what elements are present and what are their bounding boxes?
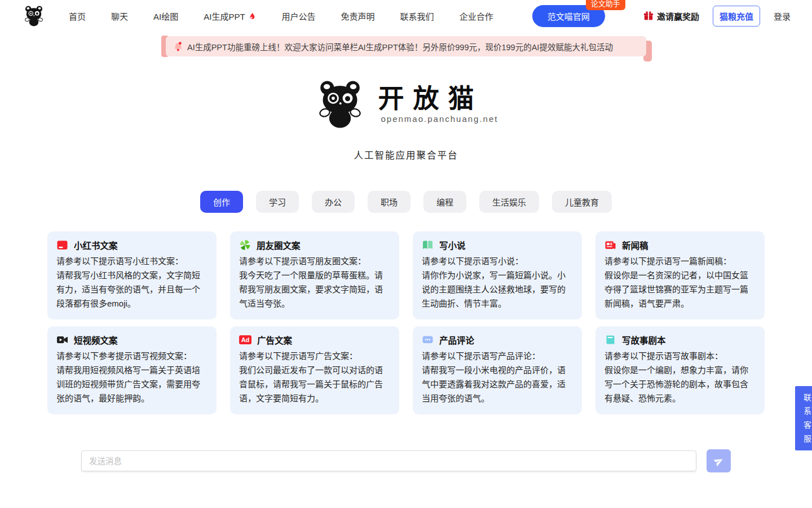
announcement-banner-wrap: AI生成PPT功能重磅上线！欢迎大家访问菜单栏AI生成PPT体验！另外原价999… xyxy=(0,36,812,56)
nav-item-ai-ppt-label: AI生成PPT xyxy=(204,10,245,22)
card-title: 新闻稿 xyxy=(622,239,648,251)
hero-text: 开放猫 openmao.panchuang.net xyxy=(378,84,498,124)
paper-plane-icon xyxy=(713,456,725,467)
message-composer xyxy=(81,449,731,472)
xiaohongshu-icon xyxy=(56,239,68,251)
nav-item-chat[interactable]: 聊天 xyxy=(111,10,128,22)
card-product-review[interactable]: 产品评论 请参考以下提示语写产品评论： 请帮我写一段小米电视的产品评价，语气中要… xyxy=(413,326,582,414)
nav-item-disclaimer[interactable]: 免责声明 xyxy=(341,10,375,22)
card-story-script[interactable]: 写故事剧本 请参考以下提示语写故事剧本： 假设你是一个编剧，想象力丰富，请你写一… xyxy=(595,326,765,414)
video-camera-icon xyxy=(56,334,68,345)
card-prompt-text: 请参考以下提示语写一篇新闻稿： 假设你是一名资深的记者，以中国女篮夺得了篮球世锦… xyxy=(604,254,756,310)
card-title: 写故事剧本 xyxy=(622,334,666,346)
navbar-right: 邀请赢奖励 猫粮充值 登录 xyxy=(643,6,791,27)
card-prompt-text: 请参考以下提示语写小说： 请你作为小说家，写一篇短篇小说。小说的主题围绕主人公拯… xyxy=(422,254,573,310)
tab-learning[interactable]: 学习 xyxy=(256,191,299,213)
card-prompt-text: 请参考以下提示语写广告文案： 我们公司最近发布了一款可以对话的语音鼠标，请帮我写… xyxy=(239,349,390,405)
category-tabs: 创作 学习 办公 职场 编程 生活娱乐 儿童教育 xyxy=(0,191,812,213)
cat-food-recharge-button[interactable]: 猫粮充值 xyxy=(713,6,760,27)
card-moments[interactable]: 朋友圈文案 请参考以下提示语写朋友圈文案： 我今天吃了一个限量版的草莓蛋糕。请帮… xyxy=(230,231,399,319)
card-title: 写小说 xyxy=(439,239,466,251)
card-header: 写故事剧本 xyxy=(604,334,756,346)
card-header: 短视频文案 xyxy=(56,334,208,346)
tab-workplace[interactable]: 职场 xyxy=(368,191,411,213)
card-header: 新闻稿 xyxy=(604,239,756,251)
card-prompt-text: 请参考以下提示语写小红书文案： 请帮我写小红书风格的文案，文字简短有力，适当有夸… xyxy=(56,254,208,310)
fanwenmiao-wrap: 范文喵官网 论文助手 xyxy=(532,5,605,27)
flame-icon xyxy=(248,11,257,21)
nav-item-business[interactable]: 企业合作 xyxy=(460,10,493,22)
card-header: 产品评论 xyxy=(422,334,573,346)
tab-office[interactable]: 办公 xyxy=(312,191,355,213)
tab-programming[interactable]: 编程 xyxy=(423,191,466,213)
nav-item-ai-draw[interactable]: AI绘图 xyxy=(153,10,178,22)
card-title: 产品评论 xyxy=(439,334,474,346)
ad-badge-icon: Ad xyxy=(239,335,251,344)
nav-item-announcements[interactable]: 用户公告 xyxy=(282,10,316,22)
newspaper-icon xyxy=(604,239,616,251)
card-header: Ad 广告文案 xyxy=(239,334,390,346)
site-subtitle: 人工智能应用聚合平台 xyxy=(0,148,812,161)
prompt-card-grid: 小红书文案 请参考以下提示语写小红书文案： 请帮我写小红书风格的文案，文字简短有… xyxy=(47,231,765,414)
message-input[interactable] xyxy=(81,450,696,471)
card-header: 朋友圈文案 xyxy=(239,239,390,251)
card-title: 小红书文案 xyxy=(74,239,118,251)
card-title: 朋友圈文案 xyxy=(257,239,301,251)
card-prompt-text: 请参考以下提示语写朋友圈文案： 我今天吃了一个限量版的草莓蛋糕。请帮我写朋友圈文… xyxy=(239,254,390,310)
top-navbar: 首页 聊天 AI绘图 AI生成PPT 用户公告 免责声明 联系我们 企业合作 范… xyxy=(0,0,812,32)
nav-item-home[interactable]: 首页 xyxy=(69,10,86,22)
teal-book-icon xyxy=(604,334,616,345)
tab-lifestyle[interactable]: 生活娱乐 xyxy=(479,191,539,213)
send-button[interactable] xyxy=(707,449,731,472)
open-book-icon xyxy=(422,239,434,251)
card-prompt-text: 请参考以下参考提示语写视频文案： 请帮我用短视频风格写一篇关于英语培训班的短视频… xyxy=(56,349,208,405)
card-title: 广告文案 xyxy=(257,334,292,346)
invite-reward-label: 邀请赢奖励 xyxy=(657,10,699,22)
announcement-banner[interactable]: AI生成PPT功能重磅上线！欢迎大家访问菜单栏AI生成PPT体验！另外原价999… xyxy=(166,36,646,56)
card-ad-copy[interactable]: Ad 广告文案 请参考以下提示语写广告文案： 我们公司最近发布了一款可以对话的语… xyxy=(230,326,399,414)
invite-reward-link[interactable]: 邀请赢奖励 xyxy=(643,10,699,22)
nav-item-contact-us[interactable]: 联系我们 xyxy=(400,10,434,22)
card-xiaohongshu[interactable]: 小红书文案 请参考以下提示语写小红书文案： 请帮我写小红书风格的文案，文字简短有… xyxy=(47,231,217,319)
nav-item-ai-ppt[interactable]: AI生成PPT xyxy=(204,10,256,22)
login-link[interactable]: 登录 xyxy=(774,10,791,22)
hero-logo-block: 开放猫 openmao.panchuang.net xyxy=(0,79,812,129)
contact-support-button[interactable]: 联系客服 xyxy=(795,386,812,450)
card-header: 写小说 xyxy=(422,239,573,251)
card-prompt-text: 请参考以下提示语写故事剧本： 假设你是一个编剧，想象力丰富，请你写一个关于恐怖游… xyxy=(604,349,756,405)
card-novel[interactable]: 写小说 请参考以下提示语写小说： 请你作为小说家，写一篇短篇小说。小说的主题围绕… xyxy=(413,231,582,319)
moments-pinwheel-icon xyxy=(239,239,251,251)
site-title: 开放猫 xyxy=(378,84,498,113)
cat-mascot-icon xyxy=(314,79,366,129)
card-prompt-text: 请参考以下提示语写产品评论： 请帮我写一段小米电视的产品评价，语气中要透露着我对… xyxy=(422,349,573,405)
card-header: 小红书文案 xyxy=(56,239,208,251)
cat-logo-icon[interactable] xyxy=(23,5,45,27)
card-short-video[interactable]: 短视频文案 请参考以下参考提示语写视频文案： 请帮我用短视频风格写一篇关于英语培… xyxy=(47,326,217,414)
bell-icon xyxy=(173,41,184,52)
main-nav: 首页 聊天 AI绘图 AI生成PPT 用户公告 免责声明 联系我们 企业合作 范… xyxy=(69,5,605,27)
card-press-release[interactable]: 新闻稿 请参考以下提示语写一篇新闻稿： 假设你是一名资深的记者，以中国女篮夺得了… xyxy=(595,231,765,319)
site-domain: openmao.panchuang.net xyxy=(378,114,498,124)
paper-assistant-badge: 论文助手 xyxy=(586,0,625,10)
tab-kids-education[interactable]: 儿童教育 xyxy=(552,191,612,213)
tab-creation[interactable]: 创作 xyxy=(200,191,243,213)
announcement-text: AI生成PPT功能重磅上线！欢迎大家访问菜单栏AI生成PPT体验！另外原价999… xyxy=(187,41,639,52)
gift-icon xyxy=(643,11,654,21)
comment-bubble-icon xyxy=(422,334,434,345)
card-title: 短视频文案 xyxy=(74,334,118,346)
